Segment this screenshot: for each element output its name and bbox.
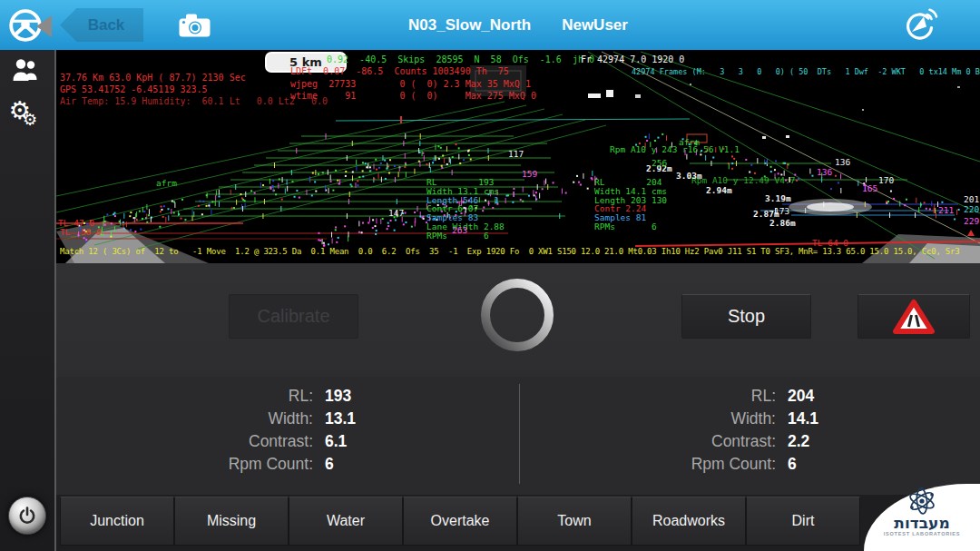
distance-label: 3.19m xyxy=(765,194,791,203)
event-button-overtake[interactable]: Overtake xyxy=(403,497,517,546)
telemetry-gps: GPS 53.41752 -6.45119 323.5 xyxy=(60,85,208,95)
track-number: 136 xyxy=(817,168,832,177)
event-button-town[interactable]: Town xyxy=(517,497,632,546)
overlay-green-stats: 0.92 -40.5 Skips 28595 N 58 Ofs -1.6 jh … xyxy=(327,55,594,65)
afrm-label-left: afrm xyxy=(156,179,177,188)
track-number: 201 xyxy=(964,195,979,204)
stat-row: RL:193 xyxy=(56,385,356,408)
lane-data-block-right: RL 204 Width 14.1 cms Length 203 130 Con… xyxy=(594,178,667,231)
stop-label: Stop xyxy=(728,306,765,327)
track-number: 173 xyxy=(774,207,789,216)
event-button-roadworks[interactable]: Roadworks xyxy=(632,497,746,546)
stat-row: Width:13.1 xyxy=(56,408,356,430)
logo-subtitle: ISOTEST LABORATORIES xyxy=(884,531,961,536)
event-buttons-bar: Junction Missing Water Overtake Town Roa… xyxy=(56,495,980,551)
sidebar-item-users[interactable] xyxy=(0,50,54,92)
stat-row: Contrast:2.2 xyxy=(519,430,818,453)
track-number: 256 xyxy=(652,159,667,168)
warning-button[interactable] xyxy=(858,294,970,339)
route-title: N03_Slow_North xyxy=(408,16,531,34)
readouts-left: RL:193 Width:13.1 Contrast:6.1 Rpm Count… xyxy=(56,385,356,476)
camera-feed-view: 5 km 37.76 Km 63.0 KpH ( 87.7) 2130 Sec … xyxy=(56,50,980,263)
atom-logo-icon xyxy=(906,486,937,517)
header-title-group: N03_Slow_North NewUser xyxy=(56,0,980,50)
track-number: 117 xyxy=(508,150,524,159)
track-number: 159 xyxy=(522,170,537,179)
event-button-water[interactable]: Water xyxy=(289,497,403,546)
event-button-junction[interactable]: Junction xyxy=(60,497,174,546)
readouts-panel: RL:193 Width:13.1 Contrast:6.1 Rpm Count… xyxy=(56,377,980,495)
track-number: 165 xyxy=(862,184,877,193)
sidebar-item-settings[interactable]: ⚙⚙ xyxy=(0,92,54,133)
gears-icon: ⚙⚙ xyxy=(9,111,45,114)
tl-label: TL 64 0 xyxy=(812,239,848,248)
distance-label: 3.03m xyxy=(676,172,702,181)
distance-label: 2.94m xyxy=(706,186,732,195)
stat-row: Rpm Count:6 xyxy=(519,453,818,476)
stat-row: Rpm Count:6 xyxy=(56,453,356,476)
track-number: 136 xyxy=(835,158,850,167)
loading-spinner xyxy=(476,274,558,359)
selection-arrow xyxy=(36,15,52,37)
satellite-dish-icon xyxy=(900,6,938,44)
stat-row: RL:204 xyxy=(519,385,818,408)
overlay-counts: LDFt 0.07 -86.5 Counts 1003490 Th 75 xyxy=(290,67,509,77)
event-button-missing[interactable]: Missing xyxy=(174,497,289,546)
rpm-note: Rpm A10 y 243 r16.56 V1.1 xyxy=(610,145,740,154)
track-number: 211 xyxy=(938,206,954,215)
rpm-note-2: Rpm A10 y 12.49 V4.7 xyxy=(691,176,795,185)
sidebar: ⚙⚙ xyxy=(0,50,56,551)
telemetry-speed: 37.76 Km 63.0 KpH ( 87.7) 2130 Sec xyxy=(60,74,246,84)
distance-label: 2.86m xyxy=(769,219,796,228)
overlay-frame-info: Fr 42974 7.0 1920 0 xyxy=(581,55,684,65)
match-status-line: Match 12 ( 3Cs) of 12 to -1 Move 1.2 @ 3… xyxy=(60,248,976,256)
app-window: Back N03_Slow_North NewUser xyxy=(0,0,980,551)
track-number: 170 xyxy=(878,176,894,185)
readouts-right: RL:204 Width:14.1 Contrast:2.2 Rpm Count… xyxy=(519,385,818,476)
stat-row: Width:14.1 xyxy=(519,408,818,430)
track-number: 147 xyxy=(388,209,404,218)
calibrate-button[interactable]: Calibrate xyxy=(229,294,358,339)
overlay-wtime: wtime 91 0 ( 0) Max 275 MxQ 0 xyxy=(290,92,536,102)
track-number: 220 xyxy=(964,205,979,214)
header-bar: Back N03_Slow_North NewUser xyxy=(0,0,980,50)
satellite-button[interactable] xyxy=(900,6,938,44)
telemetry-env: Air Temp: 15.9 Humidity: 60.1 Lt 0.0 Lt2… xyxy=(60,97,328,107)
stop-button[interactable]: Stop xyxy=(681,294,811,339)
stat-row: Contrast:6.1 xyxy=(56,430,356,453)
track-number: 229 xyxy=(964,217,979,226)
track-number: 263 xyxy=(452,226,467,235)
event-button-dirt[interactable]: Dirt xyxy=(746,497,860,546)
road-narrows-warning-icon xyxy=(893,299,935,335)
overlay-frames-line: 42974 Frames (M: 3 3 0 0) ( 50 DTs 1 Dwf… xyxy=(632,68,980,76)
overlay-wjpeg: wjpeg 27733 0 ( 0) 2.3 Max 35 MxQ 1 xyxy=(290,80,531,90)
power-button[interactable] xyxy=(8,497,46,535)
users-icon xyxy=(11,57,44,84)
calibrate-label: Calibrate xyxy=(257,306,329,327)
power-icon xyxy=(18,507,36,525)
user-name: NewUser xyxy=(562,16,628,34)
logo-name-hebrew: מעבדות xyxy=(894,517,949,530)
tl-label: TL_ 58 0 xyxy=(60,228,102,237)
